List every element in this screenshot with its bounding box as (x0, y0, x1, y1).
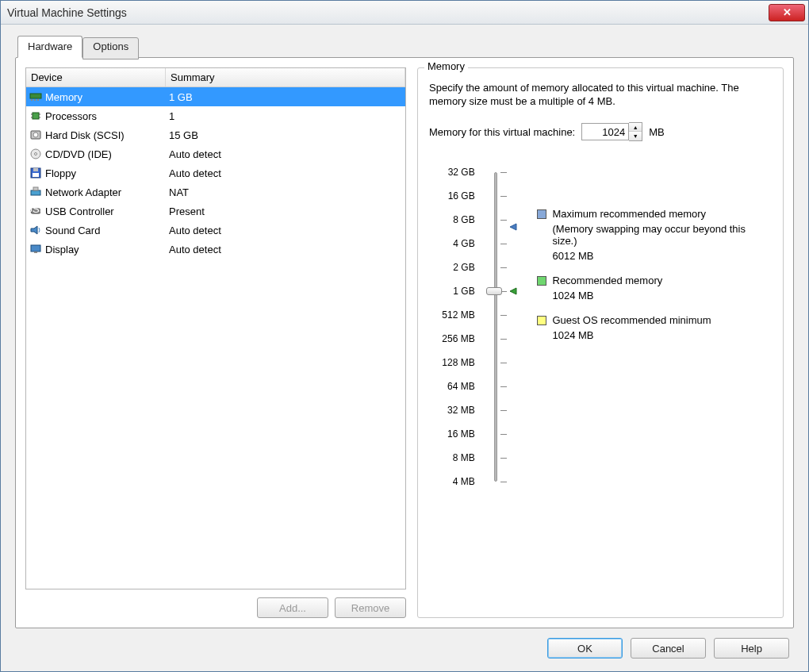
device-row-floppy[interactable]: FloppyAuto detect (26, 163, 405, 182)
tick-label: 16 GB (448, 184, 475, 208)
memory-group-label: Memory (424, 60, 468, 72)
list-rows: Memory1 GBProcessors1Hard Disk (SCSI)15 … (26, 87, 405, 259)
device-row-cd-dvd-ide-[interactable]: CD/DVD (IDE)Auto detect (26, 144, 405, 163)
slider-labels: 32 GB16 GB8 GB4 GB2 GB1 GB512 MB256 MB12… (429, 160, 475, 493)
svg-rect-0 (30, 94, 41, 98)
tick-label: 32 MB (447, 398, 475, 422)
tick-label: 2 GB (453, 255, 474, 279)
device-name: Sound Card (45, 225, 100, 236)
panel-body: Device Summary Memory1 GBProcessors1Hard… (25, 67, 784, 618)
memory-unit: MB (649, 126, 665, 138)
svg-rect-21 (31, 245, 40, 252)
svg-marker-23 (510, 224, 516, 230)
memory-spinner: ▲ ▼ (581, 122, 642, 141)
svg-rect-3 (37, 99, 39, 101)
spinner-down[interactable]: ▼ (629, 132, 642, 140)
legend-min: Guest OS recommended minimum 1024 MB (537, 314, 773, 341)
memory-input-label: Memory for this virtual machine: (429, 126, 575, 138)
device-name: Floppy (45, 167, 76, 179)
legend-rec: Recommended memory 1024 MB (537, 275, 773, 301)
spinner-buttons: ▲ ▼ (629, 122, 642, 141)
device-row-display[interactable]: DisplayAuto detect (26, 240, 405, 259)
tick-label: 4 MB (453, 470, 475, 493)
device-name: CD/DVD (IDE) (45, 148, 112, 160)
memory-input[interactable] (581, 123, 629, 140)
device-row-network-adapter[interactable]: Network AdapterNAT (26, 182, 405, 202)
device-row-memory[interactable]: Memory1 GB (26, 87, 405, 106)
usb-icon: USB (29, 205, 42, 217)
display-icon (29, 243, 42, 255)
memory-icon (29, 90, 42, 103)
spinner-up[interactable]: ▲ (629, 123, 642, 132)
svg-point-10 (33, 132, 38, 137)
memory-description: Specify the amount of memory allocated t… (429, 81, 772, 108)
slider-thumb[interactable] (486, 287, 502, 295)
help-button[interactable]: Help (714, 638, 789, 659)
device-summary: 1 GB (169, 91, 402, 103)
rec-pointer-icon (508, 286, 518, 298)
add-button[interactable]: Add... (257, 597, 328, 618)
cpu-icon (29, 109, 42, 122)
device-summary: 15 GB (169, 129, 402, 141)
svg-marker-20 (31, 226, 37, 234)
cancel-button[interactable]: Cancel (631, 638, 706, 659)
legend-rec-label: Recommended memory (553, 275, 663, 286)
tick-label: 16 MB (447, 422, 475, 446)
device-summary: Auto detect (169, 148, 402, 160)
left-pane: Device Summary Memory1 GBProcessors1Hard… (25, 67, 406, 618)
legend-min-label: Guest OS recommended minimum (553, 314, 711, 326)
svg-rect-16 (31, 190, 40, 195)
swatch-blue-icon (537, 209, 546, 219)
tick-label: 4 GB (453, 232, 474, 255)
sound-icon (29, 224, 42, 236)
device-row-processors[interactable]: Processors1 (26, 106, 405, 125)
device-summary: NAT (169, 186, 402, 198)
device-summary: Present (169, 205, 402, 217)
svg-rect-17 (33, 187, 38, 190)
device-list: Device Summary Memory1 GBProcessors1Hard… (25, 67, 406, 589)
tick-label: 256 MB (442, 327, 474, 351)
tick-label: 8 MB (453, 446, 475, 470)
window-title: Virtual Machine Settings (7, 6, 127, 19)
device-summary: Auto detect (169, 225, 402, 236)
device-summary: 1 (169, 110, 402, 122)
left-actions: Add... Remove (25, 597, 406, 618)
memory-input-row: Memory for this virtual machine: ▲ ▼ MB (429, 122, 772, 141)
remove-button[interactable]: Remove (335, 597, 406, 618)
tick-label: 512 MB (442, 303, 474, 327)
legend-max-label: Maximum recommended memory (553, 208, 707, 220)
device-summary: Auto detect (169, 244, 402, 255)
device-name: USB Controller (45, 205, 114, 217)
max-pointer-icon (508, 222, 518, 234)
slider-track-wrap[interactable] (483, 160, 508, 493)
tick-label: 32 GB (448, 160, 475, 184)
titlebar: Virtual Machine Settings ✕ (1, 1, 808, 25)
content-area: Hardware Options Device Summary Memory1 … (1, 25, 808, 671)
device-name: Memory (45, 91, 82, 103)
device-row-sound-card[interactable]: Sound CardAuto detect (26, 221, 405, 240)
swatch-yellow-icon (537, 316, 546, 325)
svg-rect-4 (33, 113, 39, 119)
svg-rect-15 (33, 173, 39, 177)
svg-rect-14 (33, 168, 38, 171)
tick-label: 64 MB (447, 374, 475, 398)
col-header-summary[interactable]: Summary (166, 68, 405, 86)
device-name: Hard Disk (SCSI) (45, 129, 125, 141)
tick-label: 1 GB (453, 279, 474, 303)
svg-rect-22 (34, 252, 37, 253)
ok-button[interactable]: OK (547, 638, 623, 659)
device-row-usb-controller[interactable]: USBUSB ControllerPresent (26, 202, 405, 221)
col-header-device[interactable]: Device (26, 68, 166, 86)
device-row-hard-disk-scsi-[interactable]: Hard Disk (SCSI)15 GB (26, 125, 405, 144)
legend: Maximum recommended memory (Memory swapp… (537, 160, 773, 493)
tab-options[interactable]: Options (82, 37, 139, 60)
legend-rec-value: 1024 MB (553, 290, 773, 301)
tab-hardware[interactable]: Hardware (17, 36, 82, 58)
tab-strip: Hardware Options (15, 36, 794, 58)
tick-label: 128 MB (442, 351, 474, 374)
swatch-green-icon (537, 276, 546, 286)
slider-area: 32 GB16 GB8 GB4 GB2 GB1 GB512 MB256 MB12… (429, 160, 772, 493)
close-button[interactable]: ✕ (769, 4, 805, 21)
device-name: Display (45, 244, 79, 255)
dialog-actions: OK Cancel Help (15, 628, 794, 659)
